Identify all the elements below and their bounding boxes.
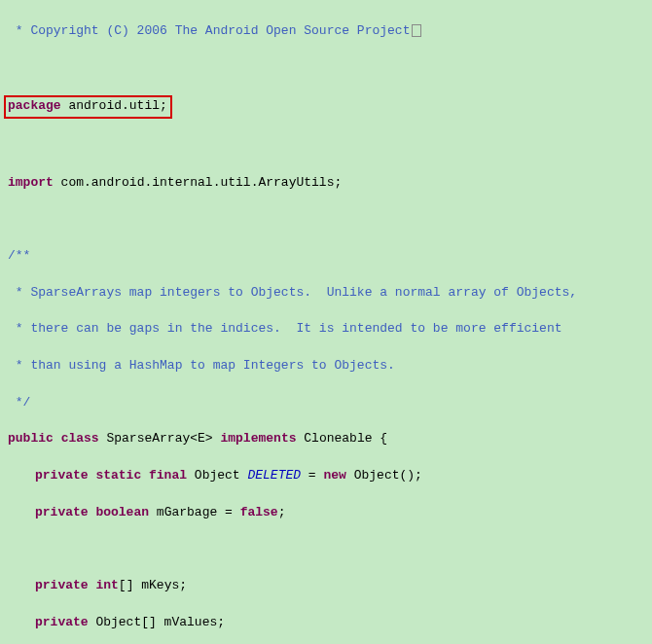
import-keyword: import: [8, 175, 54, 190]
javadoc-line: * than using a HashMap to map Integers t…: [8, 358, 395, 373]
javadoc-line: * SparseArrays map integers to Objects. …: [8, 285, 577, 300]
false-keyword: false: [240, 505, 278, 519]
javadoc-close: */: [8, 395, 30, 410]
field-mkeys: [] mKeys;: [119, 578, 187, 592]
field-mvalues: Object[] mValues;: [89, 615, 225, 629]
code-viewer: * Copyright (C) 2006 The Android Open So…: [0, 0, 652, 644]
interface-name: Cloneable {: [296, 431, 387, 446]
type: Object: [187, 468, 247, 483]
package-highlight: package android.util;: [4, 95, 172, 119]
class-name: SparseArray<E>: [99, 431, 221, 446]
copyright-comment: * Copyright (C) 2006 The Android Open So…: [8, 23, 410, 38]
modifiers: private: [35, 615, 89, 629]
class-keyword: class: [61, 431, 99, 446]
javadoc-open: /**: [8, 248, 30, 263]
package-name: android.util;: [61, 98, 167, 113]
public-keyword: public: [8, 431, 54, 446]
javadoc-line: * there can be gaps in the indices. It i…: [8, 321, 562, 336]
implements-keyword: implements: [220, 431, 296, 446]
const-deleted: DELETED: [247, 468, 301, 483]
modifiers: private int: [35, 578, 119, 592]
new-keyword: new: [323, 468, 345, 483]
modifiers: private boolean: [35, 505, 149, 519]
package-keyword: package: [8, 98, 61, 113]
null-char-box: [412, 24, 421, 37]
import-name: com.android.internal.util.ArrayUtils;: [54, 175, 342, 190]
modifiers: private static final: [35, 468, 187, 483]
field-mgarbage: mGarbage =: [149, 505, 240, 519]
